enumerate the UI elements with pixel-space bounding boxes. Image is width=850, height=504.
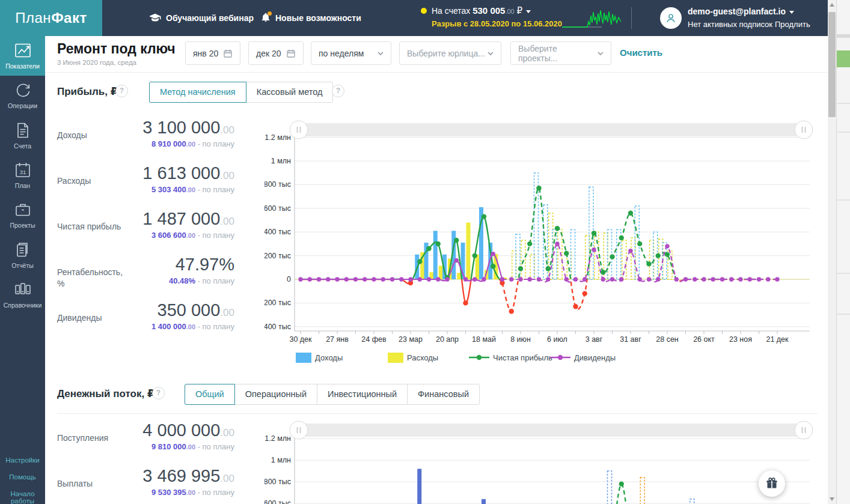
report-icon	[14, 241, 32, 259]
user-email[interactable]: demo-guest@planfact.io	[688, 7, 794, 16]
nav-features-link[interactable]: Новые возможности	[260, 0, 361, 36]
notification-dot	[268, 11, 272, 16]
sidebar-item-operations[interactable]: Операции	[0, 76, 45, 115]
range-slider-right-handle[interactable]	[795, 421, 813, 439]
gift-icon	[765, 476, 779, 491]
sidebar-item-catalogs[interactable]: Справочники	[0, 275, 45, 315]
sidebar-footer-settings[interactable]: Настройки	[0, 457, 45, 464]
metric-label: Дивиденды	[57, 312, 129, 324]
help-icon[interactable]: ?	[115, 85, 128, 97]
cashflow-tab-financial[interactable]: Финансовый	[407, 384, 480, 405]
cashflow-chart: 1.2 млн1 млн800 тыс600 тыс	[264, 421, 818, 504]
balance-indicator-dot	[421, 8, 427, 14]
bell-icon	[260, 13, 271, 23]
cashflow-tab-operating[interactable]: Операционный	[234, 384, 317, 405]
svg-text:1.2 млн: 1.2 млн	[264, 133, 291, 142]
sidebar-item-label: Проекты	[0, 222, 45, 229]
svg-text:26 окт: 26 окт	[693, 335, 715, 344]
gift-button[interactable]	[759, 470, 785, 497]
metric-expenses: Расходы1 613 000.005 303 400.00 - по пла…	[57, 163, 234, 207]
svg-text:600 тыс: 600 тыс	[264, 204, 291, 213]
scroll-down-arrow[interactable]	[830, 497, 834, 501]
metric-value: 4 000 000.00	[142, 421, 234, 440]
accounts-balance[interactable]: На счетах 530 005.00 ₽	[421, 5, 531, 16]
divider	[45, 72, 828, 73]
net-plan-line	[603, 484, 640, 504]
svg-text:30 дек: 30 дек	[289, 335, 312, 344]
metric-value: 1 487 000.00	[142, 209, 234, 229]
clear-filters-link[interactable]: Очистить	[620, 47, 662, 58]
sidebar-item-reports[interactable]: Отчёты	[0, 235, 45, 275]
svg-text:23 ноя: 23 ноя	[729, 335, 752, 344]
metric-value: 47.97%	[176, 255, 234, 275]
projects-select[interactable]: Выберите проекты...	[510, 41, 611, 65]
metric-plan-value: 8 910 000.00 - по плану	[151, 139, 234, 148]
nav-webinar-link[interactable]: Обучающий вебинар	[149, 0, 254, 36]
svg-text:6 июл: 6 июл	[547, 335, 567, 344]
sidebar-item-label: Отчёты	[0, 262, 45, 269]
help-icon[interactable]: ?	[152, 387, 165, 399]
sidebar-item-indicators[interactable]: Показатели	[0, 36, 45, 76]
chevron-down-icon	[526, 10, 531, 13]
range-slider-right-handle[interactable]	[795, 121, 813, 139]
legal-entity-select[interactable]: Выберите юрлица...	[399, 41, 501, 65]
chevron-down-icon	[789, 11, 794, 14]
metric-plan-value: 3 606 600.00 - по плану	[151, 231, 234, 240]
svg-text:-200 тыс: -200 тыс	[264, 299, 291, 307]
cashflow-tab-investing[interactable]: Инвестиционный	[317, 384, 408, 405]
metric-value: 350 000.00	[157, 300, 234, 320]
range-slider-left-handle[interactable]	[290, 121, 308, 139]
svg-text:1 млн: 1 млн	[271, 157, 291, 165]
svg-text:3 авг: 3 авг	[586, 335, 603, 344]
scrollbar-thumb[interactable]	[828, 12, 836, 117]
metric-plan-value: 9 530 395.00 - по плану	[151, 488, 234, 497]
x-axis: 30 дек27 янв24 фев23 мар20 апр18 май8 ию…	[289, 331, 810, 344]
metric-income: Доходы3 100 000.008 910 000.00 - по план…	[57, 118, 234, 161]
cashflow-tab-total[interactable]: Общий	[185, 384, 235, 405]
svg-text:28 сен: 28 сен	[656, 335, 679, 344]
sidebar-footer-getting-started[interactable]: Начало работы	[0, 490, 45, 504]
y-axis: 1.2 млн1 млн800 тыс600 тыс	[264, 434, 810, 504]
help-icon[interactable]: ?	[332, 85, 344, 97]
chart-range-slider[interactable]	[290, 421, 813, 439]
svg-text:0: 0	[287, 275, 291, 284]
dividends-line	[301, 244, 777, 282]
calendar-icon	[223, 49, 233, 58]
chart-range-slider[interactable]	[290, 121, 813, 139]
profit-method-tabs: Метод начисленияКассовый метод	[149, 82, 333, 103]
cash-gap-warning[interactable]: Разрыв с 28.05.2020 по 15.06.2020	[432, 19, 562, 28]
profit-tab-accrual[interactable]: Метод начисления	[149, 82, 246, 103]
svg-text:1.2 млн: 1.2 млн	[264, 434, 291, 443]
sidebar-item-projects[interactable]: Проекты	[0, 195, 45, 235]
profit-chart: 1.2 млн1 млн800 тыс600 тыс400 тыс200 тыс…	[264, 120, 818, 368]
date-to-input[interactable]: дек 20	[248, 41, 304, 65]
svg-text:8 июн: 8 июн	[510, 335, 531, 344]
metric-value: 1 613 000.00	[142, 163, 234, 183]
renew-link[interactable]: Продлить	[775, 20, 810, 29]
vertical-scrollbar[interactable]	[828, 0, 836, 504]
profit-tab-cash[interactable]: Кассовый метод	[246, 82, 334, 103]
sidebar-item-label: Показатели	[0, 62, 45, 70]
sidebar-footer-help[interactable]: Помощь	[0, 473, 45, 481]
sidebar-item-accounts[interactable]: Счета	[0, 116, 45, 156]
svg-text:Доходы: Доходы	[315, 353, 343, 362]
svg-text:Расходы: Расходы	[407, 353, 438, 362]
sidebar-item-plan[interactable]: 31План	[0, 156, 45, 195]
svg-text:27 янв: 27 янв	[326, 335, 349, 344]
chart-line-icon	[14, 41, 32, 59]
date-from-input[interactable]: янв 20	[185, 41, 240, 65]
page-subtitle: 3 Июня 2020 года, среда	[57, 59, 136, 66]
person-icon	[664, 11, 677, 25]
chevron-down-icon	[378, 52, 384, 55]
user-avatar[interactable]	[660, 7, 682, 29]
data-point-markers	[298, 186, 779, 314]
app-logo[interactable]: ПланФакт	[0, 0, 102, 36]
background-window-sliver	[836, 0, 850, 504]
svg-text:24 фев: 24 фев	[361, 335, 387, 344]
metric-plan-value: 5 303 400.00 - по плану	[151, 185, 234, 194]
top-header: ПланФакт Обучающий вебинар Новые возможн…	[0, 0, 828, 36]
range-slider-left-handle[interactable]	[290, 421, 308, 439]
period-select[interactable]: по неделям	[311, 41, 391, 65]
scroll-up-arrow[interactable]	[830, 3, 834, 7]
svg-text:600 тыс: 600 тыс	[264, 499, 291, 504]
